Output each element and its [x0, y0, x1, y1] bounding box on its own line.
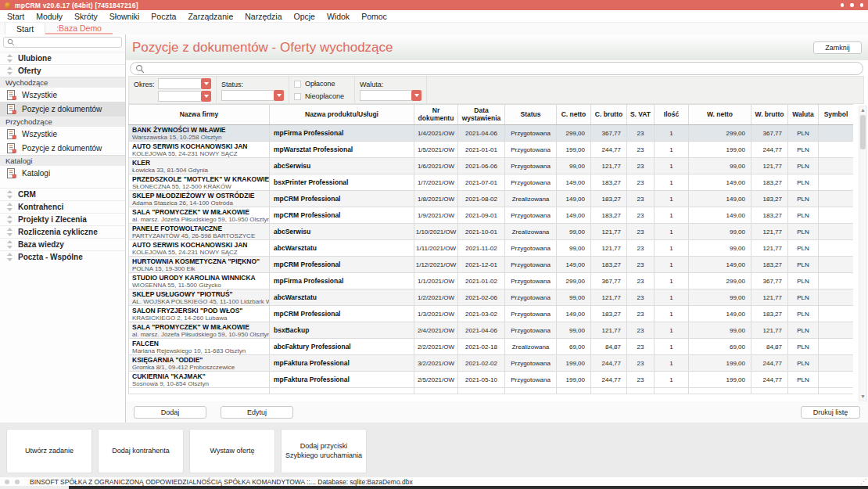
tab-start[interactable]: Start — [5, 23, 45, 34]
print-list-button[interactable]: Drukuj listę — [801, 406, 860, 419]
doc-number-cell[interactable]: 1/11/2021/OW — [414, 240, 458, 257]
waluta-cell[interactable]: PLN — [788, 174, 819, 191]
sidebar-section[interactable]: Kontrahenci — [0, 200, 125, 213]
waluta-cell[interactable]: PLN — [788, 273, 819, 289]
c-netto-cell[interactable]: 149,00 — [557, 207, 591, 224]
sidebar-section[interactable]: Projekty i Zlecenia — [0, 213, 125, 225]
waluta-cell[interactable]: PLN — [788, 355, 819, 372]
menu-item-start[interactable]: Start — [7, 12, 24, 21]
product-cell[interactable]: abcWarsztatu — [270, 289, 414, 306]
doc-number-cell[interactable]: 1/7/2021/OW — [414, 174, 458, 191]
sidebar-search-input[interactable] — [3, 37, 122, 48]
close-button[interactable]: Zamknij — [813, 41, 862, 54]
s-vat-cell[interactable]: 23 — [627, 289, 655, 306]
sidebar-section[interactable]: CRM — [0, 188, 125, 200]
product-cell[interactable]: abcSerwisu — [270, 158, 414, 174]
symbol-cell[interactable] — [819, 306, 854, 322]
symbol-cell[interactable] — [819, 355, 854, 372]
c-brutto-cell[interactable]: 183,27 — [591, 257, 627, 273]
issue-date-cell[interactable]: 2021-03-02 — [458, 306, 505, 322]
waluta-cell[interactable]: PLN — [788, 322, 819, 339]
symbol-cell[interactable] — [819, 372, 854, 388]
ilosc-cell[interactable]: 1 — [655, 289, 689, 306]
c-netto-cell[interactable]: 149,00 — [557, 257, 591, 273]
expand-icon[interactable] — [7, 215, 13, 224]
table-row[interactable]: KLER Łowicka 33, 81-504 Gdynia abcSerwis… — [129, 158, 854, 174]
issue-date-cell[interactable]: 2021-05-10 — [458, 372, 505, 388]
product-cell[interactable]: bsxPrinter Professional — [270, 174, 414, 191]
symbol-cell[interactable] — [819, 257, 854, 273]
sidebar-item[interactable]: Wszystkie — [0, 127, 125, 141]
doc-number-cell[interactable]: 1/12/2021/OW — [414, 257, 458, 273]
company-cell[interactable]: SKLEP MŁODZIEŻOWY W OSTRÓDZIE Adama Stas… — [129, 191, 270, 207]
s-vat-cell[interactable]: 23 — [627, 257, 655, 273]
w-netto-cell[interactable]: 99,00 — [689, 289, 751, 306]
doc-number-cell[interactable]: 1/2/2021/OW — [414, 289, 458, 306]
w-netto-cell[interactable]: 299,00 — [689, 273, 751, 289]
doc-number-cell[interactable]: 1/4/2021/OW — [414, 125, 458, 142]
status-cell[interactable]: Przygotowana — [505, 174, 557, 191]
sidebar-section[interactable]: Ulubione — [0, 52, 125, 64]
product-cell[interactable]: mpWarsztat Professional — [270, 142, 414, 158]
symbol-cell[interactable] — [819, 289, 854, 306]
company-cell[interactable]: AUTO SERWIS KOCHANOWSKI JAN KOLEJOWA 55,… — [129, 240, 270, 257]
quick-launch-button[interactable]: Dodaj kontrahenta — [98, 429, 184, 473]
w-netto-cell[interactable]: 149,00 — [689, 191, 751, 207]
expand-icon[interactable] — [7, 190, 13, 199]
c-brutto-cell[interactable]: 244,77 — [591, 355, 627, 372]
ilosc-cell[interactable]: 1 — [655, 273, 689, 289]
table-row[interactable]: PRZEDSZKOLE "MOTYLEK" W KRAKOWIE SŁONECZ… — [129, 174, 854, 191]
company-cell[interactable]: SALA "PROMYCZEK" W MIŁAKOWIE al. marsz. … — [129, 207, 270, 224]
expand-icon[interactable] — [7, 228, 13, 236]
symbol-cell[interactable] — [819, 339, 854, 355]
chevron-down-icon[interactable] — [201, 78, 211, 89]
issue-date-cell[interactable]: 2021-10-01 — [458, 224, 505, 240]
symbol-cell[interactable] — [819, 322, 854, 339]
product-cell[interactable]: mpFaktura Professional — [270, 372, 414, 388]
c-netto-cell[interactable]: 149,00 — [557, 306, 591, 322]
status-cell[interactable]: Przygotowana — [505, 240, 557, 257]
c-brutto-cell[interactable]: 244,77 — [591, 142, 627, 158]
oplacone-checkbox[interactable] — [294, 81, 301, 88]
issue-date-cell[interactable]: 2021-11-02 — [458, 240, 505, 257]
symbol-cell[interactable] — [819, 125, 854, 142]
ilosc-cell[interactable]: 1 — [655, 224, 689, 240]
table-row[interactable]: AUTO SERWIS KOCHANOWSKI JAN KOLEJOWA 55,… — [129, 240, 854, 257]
w-brutto-cell[interactable]: 244,77 — [751, 142, 788, 158]
column-header[interactable]: Nr dokumentu — [414, 105, 458, 125]
tab-baza-demo[interactable]: :Baza Demo — [45, 23, 113, 34]
scroll-down-icon[interactable]: ▼ — [860, 393, 866, 401]
issue-date-cell[interactable]: 2021-04-06 — [458, 125, 505, 142]
ilosc-cell[interactable]: 1 — [655, 174, 689, 191]
table-row[interactable]: KSIĘGARNIA "ODDIE" Gromka 8/1, 09-412 Pr… — [129, 355, 854, 372]
expand-icon[interactable] — [7, 54, 13, 63]
product-cell[interactable]: abcSerwisu — [270, 224, 414, 240]
w-brutto-cell[interactable]: 121,77 — [751, 322, 788, 339]
w-netto-cell[interactable]: 99,00 — [689, 240, 751, 257]
issue-date-cell[interactable]: 2021-01-02 — [458, 273, 505, 289]
sidebar-section[interactable]: Rozliczenia cykliczne — [0, 225, 125, 238]
s-vat-cell[interactable]: 23 — [627, 240, 655, 257]
c-netto-cell[interactable]: 299,00 — [557, 125, 591, 142]
menu-item-widok[interactable]: Widok — [327, 12, 350, 21]
w-brutto-cell[interactable]: 183,27 — [751, 191, 788, 207]
company-cell[interactable]: STUDIO URODY KAROLINA WINNICKA WIOSENNA … — [129, 273, 270, 289]
column-header[interactable]: Nazwa produktu/Usługi — [270, 105, 414, 125]
table-row[interactable]: HURTOWNIA KOSMETYCZNA "PIĘKNO" POLNA 15,… — [129, 257, 854, 273]
column-header[interactable]: Waluta — [788, 105, 819, 125]
table-scrollbar[interactable]: ▲ ▼ — [859, 106, 867, 401]
doc-number-cell[interactable]: 2/5/2021/OW — [414, 372, 458, 388]
menu-item-skróty[interactable]: Skróty — [74, 12, 98, 21]
table-row[interactable]: SALA "PROMYCZEK" W MIŁAKOWIE al. marsz. … — [129, 207, 854, 224]
c-brutto-cell[interactable]: 183,27 — [591, 191, 627, 207]
c-brutto-cell[interactable]: 367,77 — [591, 125, 627, 142]
c-netto-cell[interactable]: 299,00 — [557, 273, 591, 289]
w-brutto-cell[interactable]: 121,77 — [751, 224, 788, 240]
symbol-cell[interactable] — [819, 158, 854, 174]
issue-date-cell[interactable]: 2021-02-02 — [458, 355, 505, 372]
issue-date-cell[interactable]: 2021-02-06 — [458, 289, 505, 306]
ilosc-cell[interactable]: 1 — [655, 158, 689, 174]
ilosc-cell[interactable]: 1 — [655, 240, 689, 257]
status-cell[interactable]: Przygotowana — [505, 125, 557, 142]
company-cell[interactable]: PANELE FOTOWOLTAICZNE PARTYZANTÓW 45, 26… — [129, 224, 270, 240]
